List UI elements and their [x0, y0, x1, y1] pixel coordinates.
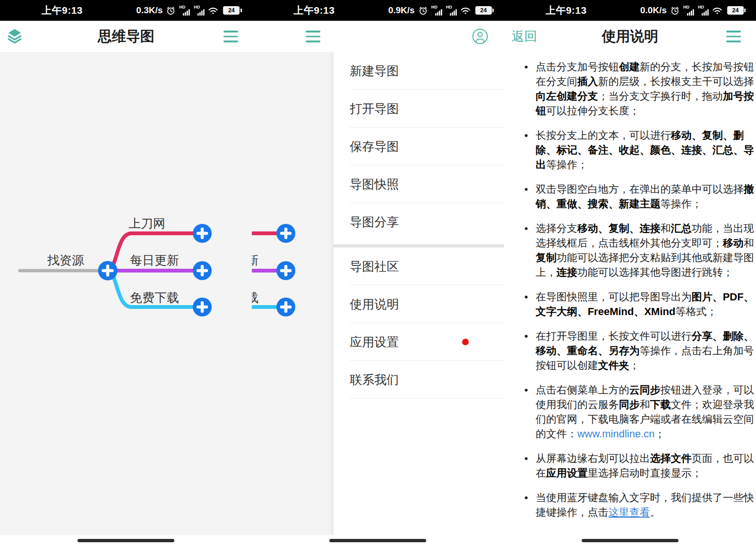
signal-icon-sim2: HD [194, 5, 205, 16]
menu-item-label: 应用设置 [350, 334, 399, 350]
gesture-bar-area [504, 535, 756, 546]
bullet-text-bold: 同步 [619, 399, 640, 410]
signal-icon-sim1: HD [683, 5, 694, 16]
instruction-bullet: 点击右侧菜单上方的云同步按钮进入登录，可以使用我们的云服务同步和下载文件；欢迎登… [536, 383, 755, 441]
instruction-bullet: 长按分支上的文本，可以进行移动、复制、删除、标记、备注、收起、颜色、连接、汇总、… [536, 128, 755, 172]
add-branch-button-bottom[interactable] [193, 298, 212, 316]
menu-item-usage-help[interactable]: 使用说明 [334, 285, 504, 323]
screen-menu-drawer: 上午9:13 0.9K/s HD HD 24 新 载 新建导图 打开导图 [252, 0, 504, 546]
menu-icon[interactable] [306, 31, 320, 43]
status-time: 上午9:13 [546, 4, 587, 17]
menu-item-label: 保存导图 [350, 138, 399, 155]
wifi-icon [208, 7, 218, 14]
instructions-panel: 点击分支加号按钮创建新的分支，长按加号按钮在分支间插入新的层级，长按根支主干可以… [504, 52, 756, 535]
menu-icon[interactable] [726, 31, 741, 43]
menu-item-label: 导图分享 [350, 214, 399, 230]
gesture-bar-area [252, 535, 504, 546]
menu-item-label: 联系我们 [350, 372, 399, 388]
node-label-bottom[interactable]: 免费下载 [130, 290, 179, 306]
status-icons: 0.0K/s HD HD 24 [640, 5, 744, 16]
add-branch-button-top[interactable] [193, 224, 212, 243]
mindmap-canvas[interactable]: 找资源 上刀网 每日更新 免费下载 [0, 52, 252, 535]
mindmap-canvas-partial[interactable]: 新 载 新建导图 打开导图 保存导图 导图快照 导图分享 导图社区 使用说明 应… [252, 52, 504, 535]
status-time: 上午9:13 [293, 4, 335, 17]
bullet-text: 和 [640, 399, 650, 410]
add-branch-button-root[interactable] [98, 261, 118, 281]
node-label-top[interactable]: 上刀网 [129, 215, 165, 232]
bullet-text: ； [629, 359, 640, 371]
bullet-text-bold: 下载 [650, 399, 671, 410]
menu-item-app-settings[interactable]: 应用设置 [334, 323, 504, 361]
bullet-text-bold: 向左创建分支 [536, 90, 598, 102]
side-menu-drawer: 新建导图 打开导图 保存导图 导图快照 导图分享 导图社区 使用说明 应用设置 … [334, 52, 504, 535]
wifi-icon [713, 7, 722, 14]
home-indicator[interactable] [582, 539, 679, 542]
bullet-text: 新的层级，长按根支主干可以选择 [598, 76, 754, 87]
add-branch-button-mid[interactable] [276, 261, 295, 280]
status-icons: 0.9K/s HD HD 24 [388, 5, 492, 16]
bullet-text: 等操作； [546, 159, 588, 171]
menu-icon[interactable] [223, 31, 238, 43]
bullet-text-bold: 云同步 [629, 384, 661, 396]
add-branch-button-top[interactable] [276, 224, 295, 243]
instruction-bullet: 从屏幕边缘右划可以拉出选择文件页面，也可以在应用设置里选择启动时直接显示； [536, 451, 755, 480]
bullet-text-bold: 移动 [723, 237, 744, 249]
gesture-bar-area [0, 535, 252, 546]
status-bar: 上午9:13 0.9K/s HD HD 24 [252, 0, 504, 21]
back-button[interactable]: 返回 [512, 28, 537, 45]
bullet-text: 在打开导图里，长按文件可以进行 [536, 330, 692, 342]
instruction-bullet: 双击导图空白地方，在弹出的菜单中可以选择撤销、重做、搜索、新建主题等操作； [536, 182, 755, 211]
bullet-text: 点击分支加号按钮 [536, 61, 619, 73]
menu-item-label: 打开导图 [350, 101, 399, 117]
menu-item-label: 使用说明 [350, 296, 399, 313]
bullet-text: 。 [650, 506, 661, 518]
layers-icon[interactable] [7, 28, 23, 44]
bullet-text-bold: 插入 [577, 76, 598, 87]
home-indicator[interactable] [77, 539, 174, 542]
signal-icon-sim1: HD [431, 5, 442, 16]
menu-item-contact-us[interactable]: 联系我们 [334, 361, 504, 399]
instruction-bullet: 在打开导图里，长按文件可以进行分享、删除、移动、重命名、另存为等操作，点击右上角… [536, 329, 755, 373]
menu-item-map-snapshot[interactable]: 导图快照 [334, 165, 504, 203]
screen-mindmap: 上午9:13 0.3K/s HD HD 24 思维导图 找资源 上刀网 [0, 0, 252, 546]
account-icon[interactable] [472, 28, 488, 44]
battery-icon: 24 [475, 6, 492, 15]
instruction-bullet: 在导图快照里，可以把导图导出为图片、PDF、文字大纲、FreeMind、XMin… [536, 290, 755, 319]
status-icons: 0.3K/s HD HD 24 [136, 5, 240, 16]
app-header: 返回 使用说明 [504, 21, 756, 52]
menu-item-new-map[interactable]: 新建导图 [334, 52, 504, 90]
instruction-bullet: 当使用蓝牙键盘输入文字时，我们提供了一些快捷键操作，点击这里查看。 [536, 490, 755, 520]
node-label-mid[interactable]: 每日更新 [130, 252, 179, 269]
bullet-text: ；当分支文字换行时，拖动 [598, 90, 723, 102]
mindmap-graph [0, 52, 252, 535]
menu-item-label: 导图社区 [350, 258, 399, 275]
bullet-text: 里选择启动时直接显示； [588, 467, 702, 479]
battery-icon: 24 [727, 6, 744, 15]
bullet-text-bold: 创建 [619, 61, 640, 73]
bullet-text-bold: 连接 [557, 266, 577, 278]
menu-item-open-map[interactable]: 打开导图 [334, 90, 504, 128]
bullet-text: 在导图快照里，可以把导图导出为 [536, 291, 692, 303]
add-branch-button-bottom[interactable] [276, 298, 295, 316]
home-indicator[interactable] [329, 539, 426, 542]
page-title: 思维导图 [98, 27, 155, 46]
menu-group-divider [334, 244, 504, 247]
add-branch-button-mid[interactable] [193, 261, 212, 280]
inline-link[interactable]: 这里查看 [609, 506, 650, 518]
alarm-icon [166, 6, 175, 15]
menu-item-map-community[interactable]: 导图社区 [334, 247, 504, 285]
node-label-root[interactable]: 找资源 [47, 252, 84, 269]
battery-icon: 24 [223, 6, 240, 15]
menu-item-label: 导图快照 [350, 176, 399, 193]
inline-link[interactable]: www.mindline.cn [577, 428, 655, 440]
bullet-text-bold: 文件夹 [598, 359, 629, 371]
bullet-text: 点击右侧菜单上方的 [536, 384, 629, 396]
menu-item-save-map[interactable]: 保存导图 [334, 128, 504, 165]
status-bar: 上午9:13 0.3K/s HD HD 24 [0, 0, 252, 21]
bullet-text: 选择分支 [536, 222, 577, 234]
network-speed: 0.9K/s [388, 5, 415, 16]
bullet-text-bold: 汇总 [671, 222, 692, 234]
bullet-text: 和 [744, 237, 754, 249]
bullet-text: 可以拉伸分支长度； [546, 105, 640, 117]
menu-item-map-share[interactable]: 导图分享 [334, 203, 504, 241]
